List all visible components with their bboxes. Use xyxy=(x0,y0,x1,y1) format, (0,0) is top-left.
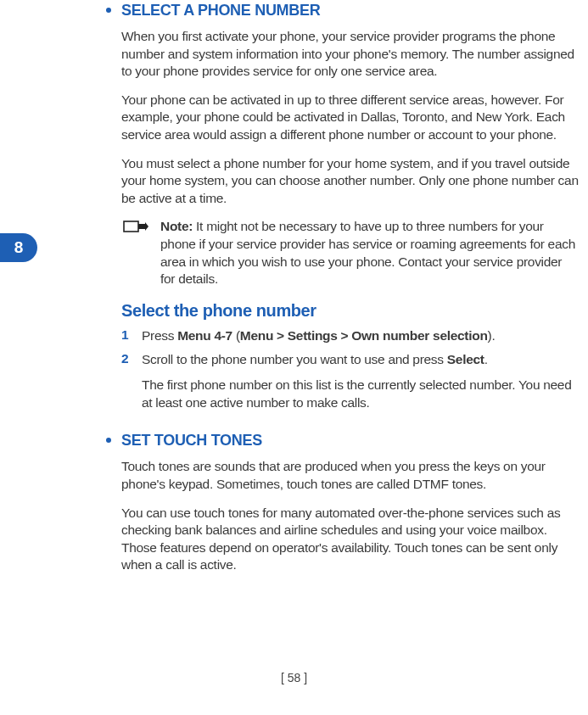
paragraph: Touch tones are sounds that are produced… xyxy=(121,458,580,493)
step-2: 2 Scroll to the phone number you want to… xyxy=(121,351,580,369)
step-number: 2 xyxy=(121,351,130,366)
step-followup: The first phone number on this list is t… xyxy=(142,377,580,411)
step-number: 1 xyxy=(121,327,130,343)
heading-text: SET TOUCH TONES xyxy=(121,432,262,449)
chapter-number: 8 xyxy=(14,238,24,257)
bullet-icon xyxy=(106,8,111,13)
page-content: SELECT A PHONE NUMBER When you first act… xyxy=(121,2,580,585)
svg-rect-0 xyxy=(124,221,138,232)
section-heading-select-number: SELECT A PHONE NUMBER xyxy=(94,2,580,20)
text-fragment-bold: Select xyxy=(447,352,484,366)
chapter-tab: 8 xyxy=(0,233,37,262)
note-text: Note: It might not be necessary to have … xyxy=(160,218,580,288)
paragraph: When you first activate your phone, your… xyxy=(121,28,580,81)
section-heading-touch-tones: SET TOUCH TONES xyxy=(94,432,580,450)
text-fragment: Scroll to the phone number you want to u… xyxy=(142,352,447,366)
text-fragment: . xyxy=(484,352,488,366)
step-text: Scroll to the phone number you want to u… xyxy=(142,351,488,369)
note-label: Note: xyxy=(160,219,193,233)
text-fragment: ( xyxy=(232,328,240,343)
text-fragment: ). xyxy=(488,328,496,343)
bullet-icon xyxy=(106,438,111,443)
note-icon xyxy=(123,221,148,241)
note-body: It might not be necessary to have up to … xyxy=(160,219,575,286)
text-fragment: Press xyxy=(142,328,177,343)
paragraph: Your phone can be activated in up to thr… xyxy=(121,92,580,144)
text-fragment-bold: Menu > Settings > Own number selection xyxy=(240,328,488,343)
paragraph: You can use touch tones for many automat… xyxy=(121,505,580,574)
step-text: Press Menu 4-7 (Menu > Settings > Own nu… xyxy=(142,327,495,345)
note-block: Note: It might not be necessary to have … xyxy=(121,218,580,288)
subheading-select-phone-number: Select the phone number xyxy=(121,301,580,321)
heading-text: SELECT A PHONE NUMBER xyxy=(121,2,320,19)
page-number: [ 58 ] xyxy=(0,671,588,684)
paragraph: You must select a phone number for your … xyxy=(121,155,580,208)
text-fragment-bold: Menu 4-7 xyxy=(177,328,232,343)
step-1: 1 Press Menu 4-7 (Menu > Settings > Own … xyxy=(121,327,580,345)
